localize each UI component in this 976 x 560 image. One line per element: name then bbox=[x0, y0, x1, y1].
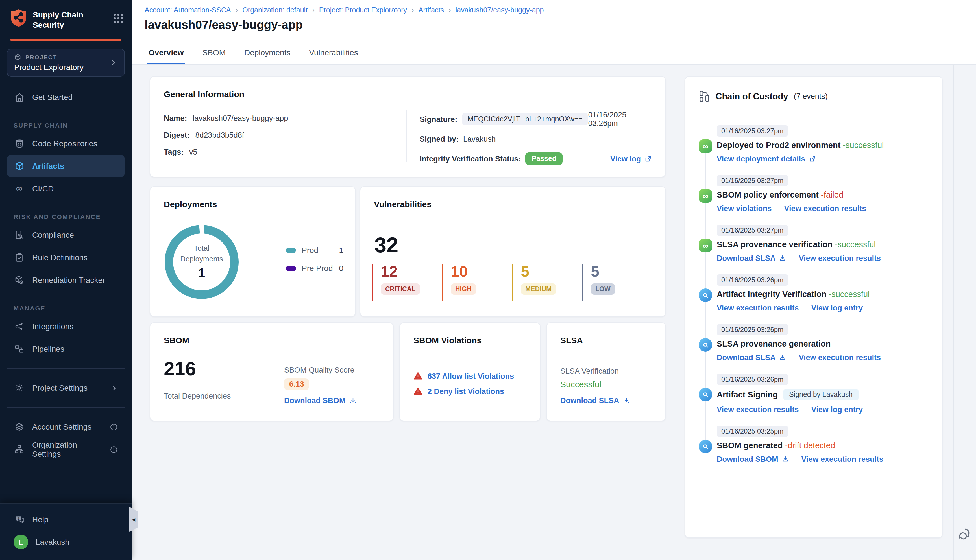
digest-label: Digest: bbox=[164, 131, 190, 140]
event-status: successful bbox=[838, 240, 876, 249]
download-sbom-link[interactable]: Download SBOM bbox=[284, 396, 357, 405]
sidebar-item-help[interactable]: ? Help bbox=[7, 508, 125, 531]
allow-list-violations-link[interactable]: 637 Allow list Violations bbox=[427, 372, 514, 380]
severity-medium: 5 MEDIUM bbox=[512, 263, 570, 301]
breadcrumb-separator: › bbox=[235, 6, 238, 14]
tags-label: Tags: bbox=[164, 148, 184, 157]
severity-badge-critical: CRITICAL bbox=[381, 284, 420, 295]
artifact-tags: v5 bbox=[189, 148, 197, 157]
chain-of-custody-icon bbox=[699, 90, 710, 102]
severity-badge-high: HIGH bbox=[451, 284, 476, 295]
tab-vulnerabilities[interactable]: Vulnerabilities bbox=[309, 40, 358, 64]
severity-badge-medium: MEDIUM bbox=[521, 284, 556, 295]
sidebar-item-user[interactable]: L Lavakush bbox=[7, 531, 125, 553]
clipboard-check-icon bbox=[13, 252, 25, 263]
download-slsa-link[interactable]: Download SLSA bbox=[717, 254, 786, 262]
download-slsa-link[interactable]: Download SLSA bbox=[560, 396, 631, 405]
deployments-card: Deployments TotalDeployments 1 Prod 1 bbox=[150, 186, 356, 317]
integrity-status-label: Integrity Verification Status: bbox=[420, 154, 521, 163]
sidebar-item-cicd[interactable]: ∞ CI/CD bbox=[7, 178, 125, 200]
tab-overview[interactable]: Overview bbox=[148, 40, 184, 64]
integrations-icon bbox=[13, 321, 25, 332]
general-information-card: General Information Name:lavakush07/easy… bbox=[150, 76, 666, 177]
user-name: Lavakush bbox=[35, 537, 70, 547]
view-log-entry-link[interactable]: View log entry bbox=[811, 304, 863, 312]
signature-timestamp: 01/16/2025 03:26pm bbox=[588, 111, 652, 128]
sidebar-item-remediation-tracker[interactable]: Remediation Tracker bbox=[7, 269, 125, 292]
allow-list-violations-row: 637 Allow list Violations bbox=[414, 372, 514, 380]
download-sbom-link[interactable]: Download SBOM bbox=[717, 455, 789, 463]
view-log-link[interactable]: View log bbox=[610, 154, 652, 163]
view-deployment-details-link[interactable]: View deployment details bbox=[717, 155, 816, 163]
view-violations-link[interactable]: View violations bbox=[717, 204, 772, 213]
project-selector[interactable]: PROJECT Product Exploratory bbox=[7, 49, 125, 77]
sidebar-item-get-started[interactable]: Get Started bbox=[7, 86, 125, 109]
project-name: Product Exploratory bbox=[14, 63, 83, 72]
chain-events-timeline: ∞ 01/16/2025 03:27pm Deployed to Prod2 e… bbox=[699, 125, 931, 463]
view-execution-results-link[interactable]: View execution results bbox=[717, 304, 799, 312]
general-info-right: Signature: MEQCICde2VjIT...bL+2+mqnOXw==… bbox=[420, 111, 652, 172]
chain-of-custody-card: Chain of Custody (7 events) ∞ 01/16/2025… bbox=[684, 76, 943, 538]
view-log-entry-link[interactable]: View log entry bbox=[811, 405, 863, 414]
tab-deployments[interactable]: Deployments bbox=[244, 40, 290, 64]
sidebar-item-integrations[interactable]: Integrations bbox=[7, 315, 125, 338]
document-search-icon bbox=[13, 230, 25, 241]
info-icon[interactable] bbox=[110, 423, 118, 431]
sidebar-item-artifacts[interactable]: Artifacts bbox=[7, 155, 125, 178]
sidebar-item-project-settings[interactable]: Project Settings bbox=[7, 377, 125, 399]
signed-by-chip: Signed by Lavakush bbox=[783, 389, 858, 400]
breadcrumb-account[interactable]: Account: Automation-SSCA bbox=[145, 6, 231, 14]
view-execution-results-link[interactable]: View execution results bbox=[717, 405, 799, 414]
breadcrumb: Account: Automation-SSCA› Organization: … bbox=[145, 6, 976, 14]
content-area: General Information Name:lavakush07/easy… bbox=[132, 65, 976, 560]
slsa-card: SLSA SLSA Verification Successful Downlo… bbox=[546, 322, 666, 421]
breadcrumb-artifacts[interactable]: Artifacts bbox=[419, 6, 444, 14]
chain-events-count: (7 events) bbox=[794, 92, 828, 100]
section-label-supply-chain: SUPPLY CHAIN bbox=[13, 122, 132, 129]
chain-event-deployed-prod2: ∞ 01/16/2025 03:27pm Deployed to Prod2 e… bbox=[699, 125, 931, 163]
breadcrumb-organization[interactable]: Organization: default bbox=[242, 6, 307, 14]
event-title: SBOM generated - drift detected bbox=[717, 441, 931, 450]
chain-of-custody-title: Chain of Custody bbox=[716, 91, 788, 101]
chain-event-sbom-generated: 01/16/2025 03:25pm SBOM generated - drif… bbox=[699, 426, 931, 463]
view-execution-results-link[interactable]: View execution results bbox=[799, 353, 881, 362]
project-cube-icon bbox=[14, 54, 22, 61]
sidebar-item-rule-definitions[interactable]: Rule Definitions bbox=[7, 247, 125, 269]
org-chart-gear-icon bbox=[13, 444, 25, 455]
view-execution-results-link[interactable]: View execution results bbox=[799, 254, 881, 262]
deny-list-violations-link[interactable]: 2 Deny list Violations bbox=[427, 387, 504, 395]
signature-value[interactable]: MEQCICde2VjIT...bL+2+mqnOXw== bbox=[462, 113, 588, 125]
severity-badge-low: LOW bbox=[591, 284, 615, 295]
sidebar-item-code-repositories[interactable]: Code Repositories bbox=[7, 132, 125, 155]
infinity-icon: ∞ bbox=[13, 183, 25, 195]
event-title: Deployed to Prod2 environment - successf… bbox=[717, 140, 931, 150]
vulnerabilities-total: 32 bbox=[374, 233, 399, 257]
app-root: Supply ChainSecurity PROJECT Produ bbox=[0, 0, 976, 560]
pipeline-infinity-icon: ∞ bbox=[699, 189, 712, 203]
chevron-right-icon bbox=[111, 385, 118, 392]
card-title: SBOM Violations bbox=[414, 335, 482, 345]
sidebar-item-compliance[interactable]: Compliance bbox=[7, 224, 125, 247]
sidebar-item-pipelines[interactable]: Pipelines bbox=[7, 338, 125, 360]
breadcrumb-current[interactable]: lavakush07/easy-buggy-app bbox=[455, 6, 544, 14]
info-icon[interactable] bbox=[110, 445, 118, 454]
view-execution-results-link[interactable]: View execution results bbox=[784, 204, 866, 213]
section-label-risk-compliance: RISK AND COMPLIANCE bbox=[13, 214, 132, 220]
chain-of-custody-header: Chain of Custody (7 events) bbox=[699, 90, 828, 102]
download-slsa-link[interactable]: Download SLSA bbox=[717, 353, 786, 362]
sbom-quality-score-label: SBOM Quality Score bbox=[284, 366, 354, 374]
event-timestamp: 01/16/2025 03:27pm bbox=[717, 175, 788, 186]
legend-swatch-preprod bbox=[286, 266, 296, 271]
tab-sbom[interactable]: SBOM bbox=[202, 40, 226, 64]
artifact-digest: 8d23bd3b5d8f bbox=[195, 131, 244, 140]
chain-event-sbom-policy: ∞ 01/16/2025 03:27pm SBOM policy enforce… bbox=[699, 175, 931, 213]
view-execution-results-link[interactable]: View execution results bbox=[801, 455, 884, 463]
support-chat-icon[interactable] bbox=[958, 527, 973, 542]
pipeline-infinity-icon: ∞ bbox=[699, 239, 712, 252]
app-switcher-grid-icon[interactable] bbox=[113, 8, 124, 24]
breadcrumb-project[interactable]: Project: Product Exploratory bbox=[319, 6, 407, 14]
sidebar: Supply ChainSecurity PROJECT Produ bbox=[0, 0, 132, 560]
sidebar-item-account-settings[interactable]: Account Settings bbox=[7, 416, 125, 438]
layers-gear-icon bbox=[13, 422, 25, 433]
sidebar-item-organization-settings[interactable]: Organization Settings bbox=[7, 438, 125, 461]
